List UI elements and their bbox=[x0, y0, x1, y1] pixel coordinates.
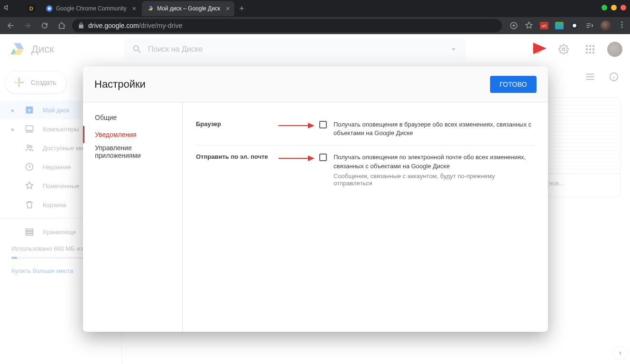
extension-circle-icon[interactable] bbox=[570, 21, 579, 30]
window-close[interactable] bbox=[621, 5, 626, 10]
lock-icon bbox=[78, 22, 84, 29]
favicon-d-icon: D bbox=[28, 5, 35, 12]
close-icon[interactable]: × bbox=[132, 5, 136, 12]
browser-notifications-checkbox[interactable] bbox=[319, 121, 327, 128]
profile-avatar[interactable] bbox=[601, 20, 611, 31]
email-notifications-subtext: Сообщения, связанные с аккаунтом, будут … bbox=[334, 173, 535, 187]
done-button[interactable]: ГОТОВО bbox=[490, 76, 537, 93]
settings-nav-general[interactable]: Общие bbox=[83, 109, 182, 126]
home-button[interactable] bbox=[55, 19, 68, 32]
svg-point-1 bbox=[48, 7, 50, 9]
bookmark-icon[interactable] bbox=[525, 21, 533, 30]
tab-label: Мой диск – Google Диск bbox=[157, 5, 220, 12]
tab-google-drive[interactable]: Мой диск – Google Диск × bbox=[142, 1, 234, 16]
annotation-pointer-icon bbox=[278, 155, 315, 162]
svg-point-7 bbox=[621, 27, 623, 28]
annotation-pointer-icon bbox=[278, 122, 315, 129]
tab-d[interactable]: D bbox=[23, 1, 40, 16]
svg-point-6 bbox=[621, 24, 623, 26]
add-to-icon[interactable] bbox=[510, 21, 518, 30]
browser-notifications-text: Получать оповещения в браузере обо всех … bbox=[334, 120, 535, 137]
annotation-arrow-icon bbox=[496, 39, 548, 58]
reload-button[interactable] bbox=[38, 19, 51, 32]
svg-point-4 bbox=[573, 24, 576, 27]
svg-point-5 bbox=[621, 21, 623, 23]
settings-dialog: Настройки ГОТОВО Общие Уведомления Управ… bbox=[83, 66, 548, 332]
settings-nav-apps[interactable]: Управление приложениями bbox=[83, 143, 182, 160]
email-notifications-text: Получать оповещения по электронной почте… bbox=[334, 153, 535, 170]
tab-label: Google Chrome Community bbox=[56, 5, 127, 12]
extension-color-icon[interactable] bbox=[555, 22, 564, 29]
settings-nav-notifications[interactable]: Уведомления bbox=[83, 126, 182, 143]
favicon-google-icon bbox=[46, 5, 53, 12]
audio-mute-icon bbox=[4, 4, 11, 13]
close-icon[interactable]: × bbox=[226, 5, 230, 12]
url-host: drive.google.com bbox=[88, 22, 139, 29]
window-minimize[interactable] bbox=[602, 5, 607, 10]
forward-button[interactable] bbox=[21, 19, 34, 32]
favicon-drive-icon bbox=[147, 5, 154, 12]
window-maximize[interactable] bbox=[611, 5, 617, 10]
extension-ublock-icon[interactable]: uO bbox=[540, 22, 548, 29]
address-bar[interactable]: drive.google.com/drive/my-drive bbox=[72, 19, 502, 32]
chrome-menu-button[interactable] bbox=[618, 20, 626, 31]
back-button[interactable] bbox=[4, 19, 17, 32]
media-control-icon[interactable] bbox=[585, 21, 594, 30]
new-tab-button[interactable]: + bbox=[235, 4, 248, 14]
dialog-title: Настройки bbox=[94, 78, 146, 91]
url-path: /drive/my-drive bbox=[139, 22, 183, 29]
email-notifications-checkbox[interactable] bbox=[319, 154, 327, 161]
tab-chrome-community[interactable]: Google Chrome Community × bbox=[41, 1, 141, 16]
